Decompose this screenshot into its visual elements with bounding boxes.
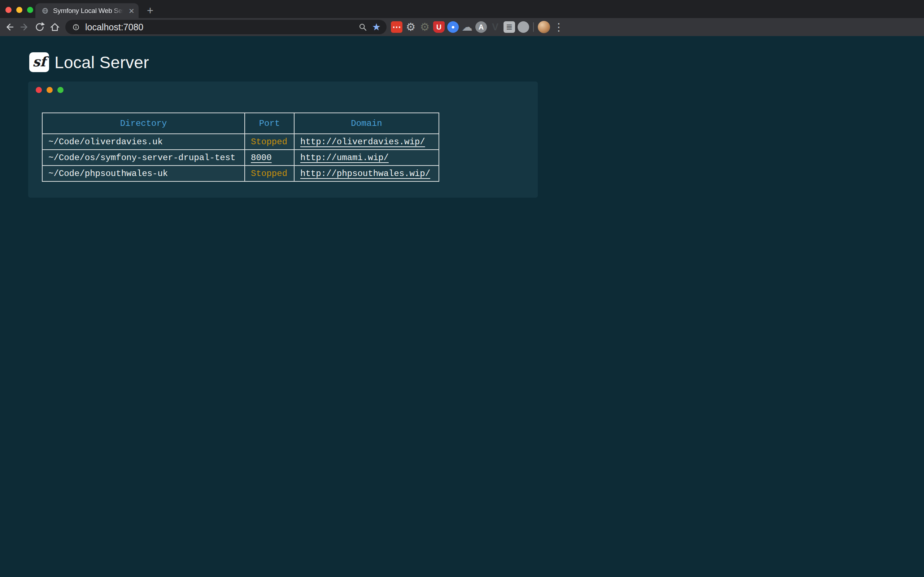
terminal-window-dots	[36, 87, 63, 93]
status-stopped-label: Stopped	[251, 137, 287, 147]
zoom-icon[interactable]	[358, 23, 368, 32]
reload-button[interactable]	[32, 19, 47, 35]
table-row: ~/Code/oliverdavies.uk Stopped http://ol…	[42, 134, 439, 150]
domain-link[interactable]: http://oliverdavies.wip/	[300, 137, 425, 147]
bookmark-star-icon[interactable]: ★	[372, 23, 381, 32]
port-cell: Stopped	[245, 134, 294, 150]
ublock-extension-icon[interactable]: U	[433, 21, 445, 33]
port-column-header: Port	[245, 113, 294, 134]
tab-strip: Symfony Local Web Server: Prox × +	[0, 0, 924, 18]
status-stopped-label: Stopped	[251, 169, 287, 179]
browser-tab[interactable]: Symfony Local Web Server: Prox ×	[36, 3, 139, 18]
blue-circle-extension-icon[interactable]: •	[447, 21, 459, 33]
gear-dark-extension-icon[interactable]: ⚙	[419, 21, 431, 33]
a-letter-extension-icon[interactable]: A	[475, 21, 487, 33]
new-tab-button[interactable]: +	[144, 4, 156, 16]
window-close-button[interactable]	[5, 7, 11, 13]
table-header-row: Directory Port Domain	[42, 113, 439, 134]
directory-cell: ~/Code/oliverdavies.uk	[42, 134, 245, 150]
traffic-lights	[5, 7, 33, 13]
tab-title: Symfony Local Web Server: Prox	[53, 7, 125, 15]
home-icon	[50, 22, 60, 32]
grid-extension-icon[interactable]: ≣	[504, 21, 515, 33]
table-row: ~/Code/os/symfony-server-drupal-test 800…	[42, 150, 439, 166]
reload-icon	[34, 22, 45, 32]
port-link[interactable]: 8000	[251, 153, 272, 163]
domain-column-header: Domain	[294, 113, 439, 134]
red-dots-extension-icon[interactable]: ⋯	[391, 21, 402, 33]
tab-close-button[interactable]: ×	[129, 6, 134, 16]
directory-column-header: Directory	[42, 113, 245, 134]
domain-cell: http://umami.wip/	[294, 150, 439, 166]
browser-menu-button[interactable]: ⋮	[551, 19, 566, 35]
forward-arrow-icon	[19, 22, 30, 32]
domain-link[interactable]: http://umami.wip/	[300, 153, 389, 163]
directory-cell: ~/Code/os/symfony-server-drupal-test	[42, 150, 245, 166]
github-extension-icon[interactable]	[518, 21, 529, 33]
v-letter-extension-icon[interactable]: V	[489, 21, 501, 33]
domain-cell: http://phpsouthwales.wip/	[294, 166, 439, 181]
brand-header: sf Local Server	[0, 36, 924, 72]
page-content: sf Local Server Directory Port Domain	[0, 36, 924, 577]
table-row: ~/Code/phpsouthwales-uk Stopped http://p…	[42, 166, 439, 181]
directory-cell: ~/Code/phpsouthwales-uk	[42, 166, 245, 181]
terminal-red-dot-icon	[36, 87, 42, 93]
home-button[interactable]	[47, 19, 63, 35]
terminal-panel: Directory Port Domain ~/Code/oliverdavie…	[28, 82, 538, 198]
url-text: localhost:7080	[85, 22, 354, 32]
profile-avatar[interactable]	[538, 21, 550, 33]
cloud-extension-icon[interactable]: ☁	[461, 21, 473, 33]
globe-favicon-icon	[41, 7, 49, 15]
gear-light-extension-icon[interactable]: ⚙	[405, 21, 417, 33]
toolbar-divider	[533, 23, 534, 32]
back-arrow-icon	[4, 22, 15, 32]
forward-button[interactable]	[17, 19, 32, 35]
site-info-icon[interactable]	[71, 23, 81, 32]
port-cell: Stopped	[245, 166, 294, 181]
domain-cell: http://oliverdavies.wip/	[294, 134, 439, 150]
window-zoom-button[interactable]	[27, 7, 33, 13]
window-minimize-button[interactable]	[16, 7, 23, 13]
terminal-green-dot-icon	[57, 87, 63, 93]
domain-link[interactable]: http://phpsouthwales.wip/	[300, 169, 430, 179]
extensions-area: ⋯ ⚙ ⚙ U • ☁ A V ≣	[391, 21, 529, 33]
back-button[interactable]	[2, 19, 17, 35]
page-title: Local Server	[55, 53, 149, 72]
browser-toolbar: localhost:7080 ★ ⋯ ⚙ ⚙ U • ☁ A V ≣ ⋮	[0, 18, 924, 36]
browser-window: Symfony Local Web Server: Prox × +	[0, 0, 924, 577]
server-table: Directory Port Domain ~/Code/oliverdavie…	[42, 113, 439, 182]
terminal-orange-dot-icon	[47, 87, 53, 93]
address-bar[interactable]: localhost:7080 ★	[65, 20, 386, 34]
symfony-logo-icon: sf	[29, 52, 49, 72]
port-cell: 8000	[245, 150, 294, 166]
